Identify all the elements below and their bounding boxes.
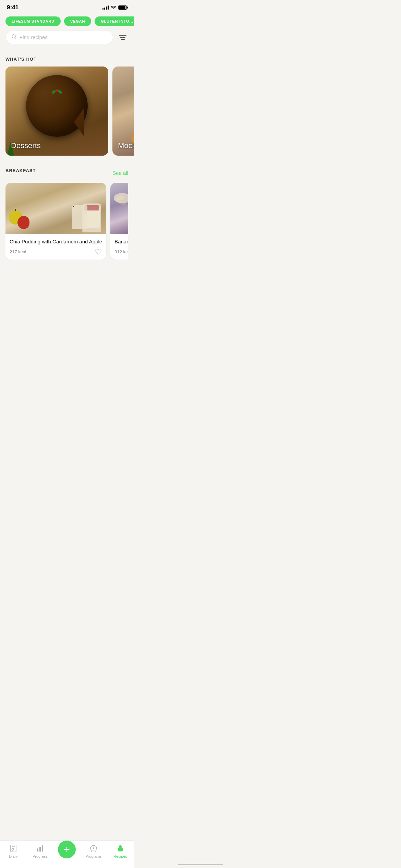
hot-card-mocktails[interactable]: Mock...: [112, 67, 134, 156]
recipe-card-chia-title: Chia Pudding with Cardamom and Apple: [10, 238, 102, 245]
diet-pills-container: LIFESUM STANDARD VEGAN GLUTEN INTO...: [0, 14, 134, 30]
hot-card-desserts[interactable]: Desserts: [5, 67, 108, 156]
status-time: 9:41: [7, 4, 19, 11]
battery-icon: [118, 5, 127, 10]
search-bar[interactable]: Find recipes: [5, 30, 113, 44]
hot-card-mocktails-label: Mock...: [118, 141, 134, 150]
recipe-card-smoothie-body: Banana and blackberry smoothie 312 kcal: [110, 234, 128, 260]
signal-icon: [102, 5, 109, 10]
recipe-card-smoothie-kcal: 312 kcal: [114, 249, 128, 254]
status-bar: 9:41: [0, 0, 134, 14]
breakfast-section: BREAKFAST See all: [0, 161, 134, 265]
recipe-card-smoothie-title: Banana and blackberry smoothie: [114, 238, 128, 245]
whats-hot-section: WHAT'S HOT: [0, 50, 134, 161]
diet-pill-vegan[interactable]: VEGAN: [64, 16, 91, 26]
diet-pill-lifesum-standard[interactable]: LIFESUM STANDARD: [5, 16, 61, 26]
recipe-card-smoothie-meta: 312 kcal: [114, 248, 128, 255]
recipe-card-chia-pudding[interactable]: Chia Pudding with Cardamom and Apple 217…: [5, 183, 106, 260]
recipe-card-banana-smoothie[interactable]: Banana and blackberry smoothie 312 kcal: [110, 183, 128, 260]
status-icons: [102, 5, 127, 10]
diet-pill-gluten[interactable]: GLUTEN INTO...: [95, 16, 134, 26]
recipe-card-chia-kcal: 217 kcal: [10, 249, 26, 254]
recipe-card-chia-meta: 217 kcal: [10, 248, 102, 255]
search-placeholder: Find recipes: [20, 34, 48, 40]
breakfast-header: BREAKFAST See all: [5, 168, 128, 178]
search-container: Find recipes: [0, 30, 134, 50]
hot-cards-scroll[interactable]: Desserts Mock...: [0, 67, 134, 156]
whats-hot-title: WHAT'S HOT: [5, 57, 128, 62]
recipe-card-chia-favorite[interactable]: [95, 248, 102, 255]
hot-card-desserts-label: Desserts: [11, 141, 41, 150]
recipe-card-chia-body: Chia Pudding with Cardamom and Apple 217…: [5, 234, 106, 260]
recipe-cards-container: Chia Pudding with Cardamom and Apple 217…: [5, 183, 128, 260]
filter-icon[interactable]: [117, 32, 128, 43]
search-icon: [11, 34, 17, 40]
see-all-button[interactable]: See all: [112, 170, 128, 176]
wifi-icon: [111, 5, 116, 10]
breakfast-title: BREAKFAST: [5, 168, 36, 173]
